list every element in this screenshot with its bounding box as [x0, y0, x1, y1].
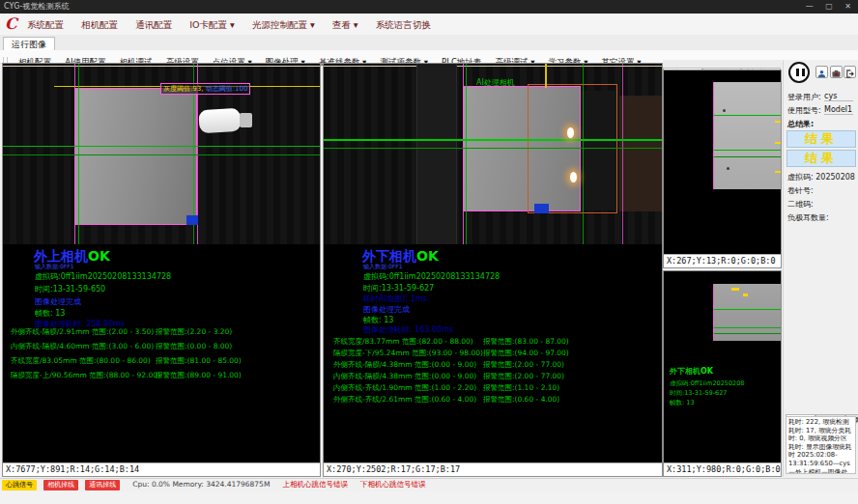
- camera-name: 外下相机: [362, 248, 416, 264]
- camera-image-upper[interactable]: 灰度阈值:93, 动态阈值:100: [3, 64, 320, 244]
- virtual-code-label: 虚拟码: 20250208: [787, 172, 855, 182]
- alarm-range: 报警范围:(0.00 - 8.00): [156, 342, 232, 351]
- qr-code-label: 二维码:: [787, 199, 814, 210]
- alarm-range: 报警范围:(83.00 - 87.00): [483, 337, 569, 347]
- green-hline: [714, 150, 781, 151]
- input-data-line: 输入数据:0FF1: [363, 263, 403, 271]
- info-log-text: 耗时: 222, 瑕疵检测耗时: 17, 瑕疵分类耗时: 0, 瑕疵视频分区耗时…: [786, 416, 856, 474]
- lower-camera-error-text: 下相机心跳信号错误: [360, 479, 426, 490]
- alarm-range: 报警范围:(94.00 - 97.00): [483, 349, 569, 358]
- green-hline: [714, 333, 781, 334]
- minimize-icon[interactable]: —: [801, 0, 818, 14]
- result-block-lower: 结果: [786, 150, 856, 167]
- green-hline: [714, 156, 781, 157]
- green-hline-2: [3, 154, 320, 155]
- menu-comm-config[interactable]: 通讯配置: [135, 14, 172, 36]
- measure-value: 隔膜宽度-上/90.56mm 范围:(88.00 - 92.00): [11, 371, 160, 379]
- status-bar: 心跳信号 相机掉线 通讯掉线 Cpu: 0.0% Memory: 3424.41…: [0, 478, 858, 491]
- measure-row: 齐线宽度/83.05mm 范围:(80.00 - 86.00) 报警范围:(81…: [11, 356, 151, 366]
- camera-icon: [832, 70, 841, 78]
- upper-camera-error-text: 上相机心跳信号错误: [282, 479, 348, 490]
- camera-button[interactable]: [830, 66, 843, 78]
- virtual-code-line: 虚拟码:0ff1iim20250208133134728: [363, 271, 500, 282]
- virtual-code-line: 虚拟码:0ff1iim20250208133134728: [35, 271, 171, 282]
- ai-camera-label: AI处理相机: [476, 77, 515, 88]
- preview2-line: 时间:13-31-59-627: [670, 389, 727, 398]
- yellow-mark: [775, 142, 781, 144]
- roi-threshold-label: 灰度阈值:93, 动态阈值:100: [160, 83, 250, 95]
- menu-system-config[interactable]: 系统配置: [27, 14, 64, 36]
- measure-row: 内侧齐线-隔膜/4.38mm 范围:(0.00 - 9.00) 报警范围:(2.…: [333, 372, 476, 381]
- menu-camera-config[interactable]: 相机配置: [81, 14, 118, 36]
- preview-panel-1: X:267;Y:13;R:0;G:0;B:0: [663, 70, 782, 268]
- camera-offline-badge: 相机掉线: [43, 480, 78, 490]
- measure-value: 齐线宽度/83.05mm 范围:(80.00 - 86.00): [11, 356, 151, 365]
- defect-dot: [723, 109, 726, 112]
- menu-view[interactable]: 查看 ▾: [332, 14, 358, 36]
- green-vline-right: [583, 64, 584, 244]
- result-block-upper: 结果: [786, 130, 856, 148]
- gray-threshold: 灰度阈值:93,: [163, 85, 204, 93]
- measure-row: 隔膜宽度-上/90.56mm 范围:(88.00 - 92.00) 报警范围:(…: [11, 371, 160, 380]
- weld-flame-2: [570, 172, 577, 182]
- measure-value: 齐线宽度/83.77mm 范围:(82.00 - 88.00): [333, 337, 473, 346]
- control-panel: 登录用户: cys 使用型号: Model1 总结果: 结果 结果 虚拟码: 2…: [783, 60, 858, 477]
- input-data-line: 输入数据:0FF1: [35, 263, 74, 271]
- menu-light-config[interactable]: 光源控制配置 ▾: [252, 14, 315, 36]
- measure-row: 外侧齐线-隔膜/2.91mm 范围:(2.00 - 3.50) 报警范围:(2.…: [11, 327, 154, 337]
- alarm-range: 报警范围:(2.00 - 77.00): [483, 360, 564, 370]
- green-hline-1: [3, 146, 320, 147]
- camera-panel-upper: 灰度阈值:93, 动态阈值:100 外上相机OK 输入数据:0FF1 虚拟码:0…: [2, 63, 321, 477]
- app-window: CYG-视觉检测系统 — ▢ ✕ C 系统配置 相机配置 通讯配置 IO卡配置 …: [0, 0, 858, 504]
- neg-tab-count-label: 负极耳数量:: [787, 212, 829, 223]
- process-done-line: 图像处理完成: [35, 296, 81, 307]
- pause-button[interactable]: [788, 62, 810, 83]
- measure-value: 外侧齐线-隔膜/4.38mm 范围:(0.00 - 9.00): [333, 360, 476, 369]
- tab-strip: 运行图像: [0, 35, 858, 51]
- blue-marker: [186, 215, 198, 225]
- measure-value: 外侧齐线-隔膜/2.91mm 范围:(2.00 - 3.50): [11, 327, 154, 336]
- preview2-line: 帧数: 13: [670, 399, 695, 407]
- pixel-coords-lower: X:270;Y:2502;R:17;G:17;B:17: [324, 462, 662, 476]
- total-result-label: 总结果:: [787, 119, 814, 129]
- camera-image-lower[interactable]: AI处理相机: [324, 64, 662, 244]
- menu-language-switch[interactable]: 系统语言切换: [376, 14, 431, 36]
- blue-marker: [534, 204, 549, 213]
- alarm-range: 报警范围:(2.00 - 77.00): [483, 372, 564, 381]
- login-user-label: 登录用户:: [787, 92, 821, 102]
- result-ok: OK: [416, 248, 439, 264]
- weld-flame-1: [567, 127, 574, 138]
- measure-value: 外侧齐线-齐线/2.61mm 范围:(0.60 - 4.00): [333, 395, 476, 404]
- roi-vline-left: [463, 64, 464, 244]
- menu-io-config[interactable]: IO卡配置 ▾: [189, 14, 235, 36]
- preview1-image[interactable]: [713, 82, 781, 189]
- brown-region: [619, 96, 662, 211]
- yellow-mark: [775, 121, 781, 123]
- green-hline: [714, 309, 781, 310]
- app-logo-icon: C: [5, 14, 17, 33]
- time-line: 时间:13-31-59-650: [35, 284, 105, 294]
- machine-column: [416, 64, 457, 244]
- measure-value: 内侧齐线-隔膜/4.60mm 范围:(3.00 - 6.00): [11, 342, 154, 350]
- preview2-image[interactable]: [713, 284, 781, 341]
- measure-value: 内侧齐线-齐线/1.90mm 范围:(1.00 - 2.20): [333, 383, 476, 392]
- model-value: Model1: [824, 105, 853, 115]
- green-vline-left: [466, 64, 467, 244]
- tab-run-image[interactable]: 运行图像: [3, 37, 55, 51]
- close-icon[interactable]: ✕: [840, 0, 856, 14]
- logout-button[interactable]: [844, 66, 856, 78]
- pin-number-label: 卷针号:: [787, 185, 814, 196]
- alarm-range: 报警范围:(0.60 - 4.00): [483, 395, 559, 405]
- roi-vline-right: [622, 64, 623, 244]
- yellow-vline: [545, 64, 547, 88]
- measure-row: 内侧齐线-齐线/1.90mm 范围:(1.00 - 2.20) 报警范围:(1.…: [333, 383, 476, 393]
- elapsed-line: 图像处理耗时: 163.00ms: [363, 324, 453, 335]
- title-bar: CYG-视觉检测系统 — ▢ ✕: [0, 0, 858, 14]
- bright-line: [3, 66, 320, 67]
- cell-region: [74, 88, 197, 225]
- grab-time-line: 耗时A(取图): 1ms: [363, 294, 427, 304]
- alarm-range: 报警范围:(89.00 - 91.00): [156, 371, 242, 380]
- login-user-value: cys: [824, 92, 853, 101]
- user-lock-button[interactable]: [815, 66, 828, 78]
- maximize-icon[interactable]: ▢: [820, 0, 838, 14]
